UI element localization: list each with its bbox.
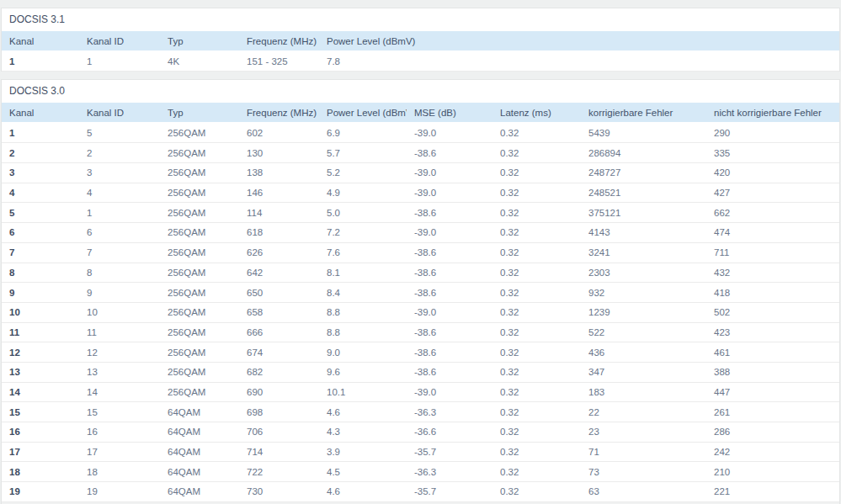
table-cell: -36.6 — [407, 422, 492, 443]
table-cell: 4K — [160, 51, 239, 72]
table-cell: 16 — [2, 422, 79, 443]
table-cell: 14 — [2, 382, 79, 402]
table-cell: 64QAM — [160, 462, 239, 482]
table-cell: 4.3 — [319, 422, 407, 443]
table-cell: 15 — [2, 402, 79, 422]
table-cell: 6 — [79, 223, 160, 243]
column-header: Kanal ID — [79, 102, 160, 123]
table-row: 44256QAM1464.9-39.00.32248521427 — [2, 183, 839, 203]
table-cell: 626 — [239, 242, 319, 263]
table-row: 22256QAM1305.7-38.60.32286894335 — [2, 143, 839, 163]
table-cell: 730 — [239, 482, 319, 502]
table-cell: 0.32 — [492, 322, 581, 342]
docsis31-table-header: KanalKanal IDTypFrequenz (MHz)Power Leve… — [2, 30, 839, 51]
table-cell: 146 — [239, 183, 319, 203]
table-cell: 502 — [706, 302, 839, 322]
table-cell: 0.32 — [492, 442, 581, 462]
table-cell: 242 — [706, 442, 839, 462]
table-cell: 13 — [2, 362, 79, 382]
table-cell: 666 — [239, 322, 319, 342]
column-header: Power Level (dBmV) — [319, 102, 407, 123]
table-cell: 1 — [79, 203, 160, 223]
table-cell: 2 — [2, 143, 79, 163]
table-cell: 138 — [239, 163, 319, 183]
table-cell: 1 — [2, 51, 79, 72]
table-cell: 9.6 — [319, 362, 407, 382]
table-cell: 114 — [239, 203, 319, 223]
table-cell: 6.9 — [319, 123, 407, 143]
table-row: 88256QAM6428.1-38.60.322303432 — [2, 263, 839, 283]
docsis31-downstream-panel: DOCSIS 3.1 KanalKanal IDTypFrequenz (MHz… — [1, 8, 840, 72]
table-cell: 8.1 — [319, 263, 407, 283]
table-cell: 0.32 — [492, 223, 581, 243]
table-cell: 0.32 — [492, 163, 581, 183]
table-cell: 210 — [706, 462, 839, 482]
table-cell: 73 — [581, 462, 706, 482]
table-row: 1111256QAM6668.8-38.60.32522423 — [2, 322, 839, 342]
table-cell: 436 — [581, 342, 706, 363]
table-cell: 522 — [581, 322, 706, 342]
table-cell: 64QAM — [160, 422, 239, 443]
column-header: Kanal — [2, 30, 79, 51]
table-cell: 0.32 — [492, 203, 581, 223]
column-header: Typ — [160, 30, 239, 51]
table-cell: 286894 — [581, 143, 706, 163]
table-cell: -38.6 — [407, 322, 492, 342]
table-cell: 256QAM — [160, 283, 239, 303]
table-cell: 256QAM — [160, 183, 239, 203]
column-header: Frequenz (MHz) — [239, 30, 319, 51]
table-cell: 10 — [2, 302, 79, 322]
table-row: 171764QAM7143.9-35.70.3271242 — [2, 442, 839, 462]
table-cell: -39.0 — [407, 123, 492, 143]
table-cell: 423 — [706, 322, 839, 342]
table-cell: 0.32 — [492, 422, 581, 443]
table-cell: -39.0 — [407, 163, 492, 183]
table-cell: 18 — [79, 462, 160, 482]
table-cell: 256QAM — [160, 302, 239, 322]
table-cell: 11 — [2, 322, 79, 342]
table-cell: 151 - 325 — [239, 51, 319, 72]
table-row: 114K151 - 3257.8 — [2, 51, 839, 72]
column-header: Kanal — [2, 102, 79, 123]
table-row: 151564QAM6984.6-36.30.3222261 — [2, 402, 839, 422]
table-cell: 64QAM — [160, 482, 239, 502]
column-header: MSE (dB) — [407, 102, 492, 123]
table-cell: -35.7 — [407, 442, 492, 462]
table-cell: 7 — [79, 242, 160, 263]
table-cell: 9 — [79, 283, 160, 303]
table-cell: 0.32 — [492, 462, 581, 482]
table-row: 1414256QAM69010.1-39.00.32183447 — [2, 382, 839, 402]
table-row: 99256QAM6508.4-38.60.32932418 — [2, 283, 839, 303]
table-cell: 0.32 — [492, 242, 581, 263]
table-row: 1212256QAM6749.0-38.60.32436461 — [2, 342, 839, 363]
table-cell: 256QAM — [160, 163, 239, 183]
table-cell: 7 — [2, 242, 79, 263]
table-cell: 706 — [239, 422, 319, 443]
table-cell: 682 — [239, 362, 319, 382]
table-cell: 256QAM — [160, 223, 239, 243]
table-cell: 256QAM — [160, 123, 239, 143]
table-cell: 248727 — [581, 163, 706, 183]
table-cell: -38.6 — [407, 143, 492, 163]
table-cell: 388 — [706, 362, 839, 382]
table-cell: 63 — [581, 482, 706, 502]
table-cell: 0.32 — [492, 183, 581, 203]
table-cell: 0.32 — [492, 362, 581, 382]
table-cell: 17 — [79, 442, 160, 462]
table-cell: 4143 — [581, 223, 706, 243]
table-row: 33256QAM1385.2-39.00.32248727420 — [2, 163, 839, 183]
docsis30-downstream-panel: DOCSIS 3.0 KanalKanal IDTypFrequenz (MHz… — [1, 79, 840, 502]
table-cell: 0.32 — [492, 482, 581, 502]
table-cell: 335 — [706, 143, 839, 163]
table-cell: 19 — [2, 482, 79, 502]
column-header: Typ — [160, 102, 239, 123]
table-cell: -38.6 — [407, 342, 492, 363]
table-cell: 650 — [239, 283, 319, 303]
column-header: nicht korrigierbare Fehler — [706, 102, 839, 123]
table-cell: -38.6 — [407, 263, 492, 283]
table-cell: 14 — [79, 382, 160, 402]
table-cell: 0.32 — [492, 342, 581, 363]
table-cell: 0.32 — [492, 402, 581, 422]
table-row: 77256QAM6267.6-38.60.323241711 — [2, 242, 839, 263]
docsis30-channel-table: KanalKanal IDTypFrequenz (MHz)Power Leve… — [2, 101, 839, 502]
